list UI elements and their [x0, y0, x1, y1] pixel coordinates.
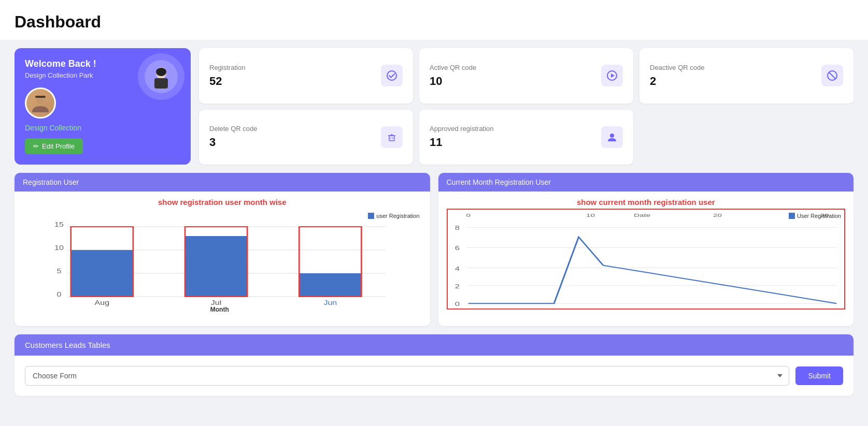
stat-card-approved: Approved registration 11	[419, 110, 633, 165]
svg-rect-2	[154, 78, 168, 89]
stat-card-deactive-qr: Deactive QR code 2	[639, 48, 853, 104]
svg-text:Jul: Jul	[211, 299, 221, 306]
edit-profile-button[interactable]: ✏ Edit Profile	[25, 138, 83, 154]
leads-table-header: Customers Leads Tables	[15, 334, 853, 356]
legend-label: user Registration	[376, 213, 419, 219]
svg-text:2: 2	[454, 283, 460, 289]
stat-label-active-qr: Active QR code	[430, 64, 476, 71]
user-name: Design Collection	[25, 124, 180, 132]
stat-info-approved: Approved registration 11	[430, 125, 494, 149]
bar-chart-title: show registration user month wise	[21, 198, 424, 207]
stat-icon-active-qr	[601, 65, 623, 86]
svg-text:10: 10	[586, 212, 595, 218]
bar-jun	[299, 273, 361, 297]
choose-form-select[interactable]: Choose Form	[25, 366, 789, 386]
leads-table-body: Choose Form Submit	[15, 356, 853, 396]
svg-text:4: 4	[454, 266, 460, 272]
avatar	[25, 87, 56, 119]
stat-label-delete-qr: Delete QR code	[209, 125, 258, 133]
stat-icon-deactive-qr	[821, 65, 843, 86]
svg-text:6: 6	[454, 245, 460, 251]
stat-value-delete-qr: 3	[209, 136, 258, 149]
stat-value-approved: 11	[430, 136, 494, 149]
stat-info-delete-qr: Delete QR code 3	[209, 125, 258, 149]
svg-marker-8	[611, 74, 615, 78]
submit-button[interactable]: Submit	[795, 366, 843, 385]
line-chart-title: show current month registration user	[445, 198, 848, 207]
edit-profile-label: Edit Profile	[42, 142, 75, 150]
svg-text:Date: Date	[633, 212, 650, 218]
bar-chart-svg: 0 5 10 15 Aug	[47, 209, 393, 302]
svg-text:8: 8	[454, 225, 460, 231]
bar-chart-body: show registration user month wise user R…	[15, 192, 430, 326]
stat-value-deactive-qr: 2	[650, 75, 705, 88]
charts-section: Registration User show registration user…	[15, 173, 853, 326]
svg-point-6	[387, 71, 396, 80]
stat-icon-approved	[601, 126, 623, 148]
checkmark-icon	[387, 70, 397, 81]
block-icon	[827, 70, 837, 81]
svg-text:Aug: Aug	[95, 299, 109, 306]
edit-icon: ✏	[33, 142, 39, 150]
stat-icon-delete-qr	[381, 126, 403, 148]
line-chart-card: Current Month Registration User show cur…	[438, 173, 854, 326]
page-title: Dashboard	[15, 12, 853, 32]
main-content: Welcome Back ! Design Collection Park De…	[0, 40, 868, 404]
bar-chart-x-label: Month	[47, 306, 393, 313]
stat-info-registration: Registration 52	[209, 64, 245, 88]
svg-line-10	[829, 72, 835, 79]
welcome-card: Welcome Back ! Design Collection Park De…	[15, 48, 191, 165]
line-legend-box	[789, 213, 795, 219]
avatar-icon	[26, 89, 54, 117]
welcome-subtitle: Design Collection Park	[25, 71, 180, 79]
avatar-svg	[30, 93, 51, 113]
line-chart-polyline	[468, 237, 836, 303]
stat-label-registration: Registration	[209, 64, 245, 71]
line-legend-label: User Registration	[797, 213, 841, 219]
line-chart-svg: 0 2 4 6 8 0 10 20 30 Date	[448, 210, 845, 309]
stats-grid: Registration 52 Active QR code 10	[199, 48, 853, 165]
legend-box	[368, 213, 374, 219]
stat-icon-registration	[381, 65, 403, 86]
top-section: Welcome Back ! Design Collection Park De…	[15, 48, 853, 165]
svg-rect-11	[389, 136, 394, 141]
line-chart-legend: User Registration	[789, 213, 841, 219]
stat-card-registration: Registration 52	[199, 48, 413, 104]
trash-icon	[387, 132, 397, 142]
submit-label: Submit	[808, 372, 831, 380]
svg-text:20: 20	[713, 212, 722, 218]
user-icon	[607, 132, 617, 142]
stat-card-delete-qr: Delete QR code 3	[199, 110, 413, 165]
stat-label-deactive-qr: Deactive QR code	[650, 64, 705, 71]
stat-card-active-qr: Active QR code 10	[419, 48, 633, 104]
line-chart-body: show current month registration user Use…	[438, 192, 854, 326]
stat-info-active-qr: Active QR code 10	[430, 64, 476, 88]
bar-chart-header: Registration User	[15, 173, 430, 192]
bar-aug	[71, 250, 133, 297]
bar-jul	[185, 236, 247, 297]
page-header: Dashboard	[0, 0, 868, 40]
stat-label-approved: Approved registration	[430, 125, 494, 133]
svg-text:5: 5	[57, 268, 62, 275]
svg-rect-5	[35, 96, 46, 98]
bar-chart-legend: user Registration	[368, 213, 419, 219]
svg-text:0: 0	[466, 212, 471, 218]
stat-value-active-qr: 10	[430, 75, 476, 88]
stat-value-registration: 52	[209, 75, 245, 88]
line-chart-header: Current Month Registration User	[438, 173, 854, 192]
leads-table-section: Customers Leads Tables Choose Form Submi…	[15, 334, 853, 396]
svg-text:15: 15	[54, 221, 64, 228]
bar-chart-card: Registration User show registration user…	[15, 173, 430, 326]
svg-text:0: 0	[57, 291, 62, 298]
play-icon	[607, 70, 617, 81]
svg-text:Jun: Jun	[323, 299, 337, 306]
svg-point-16	[610, 134, 614, 138]
svg-text:0: 0	[454, 301, 460, 307]
stat-info-deactive-qr: Deactive QR code 2	[650, 64, 705, 88]
svg-text:10: 10	[54, 244, 64, 252]
